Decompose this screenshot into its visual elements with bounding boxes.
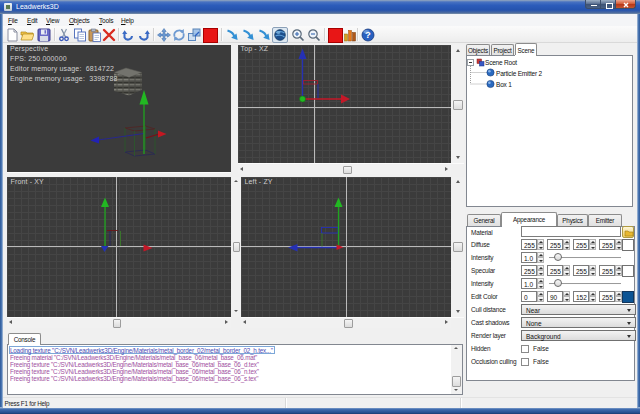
svg-text:?: ?	[365, 29, 371, 40]
